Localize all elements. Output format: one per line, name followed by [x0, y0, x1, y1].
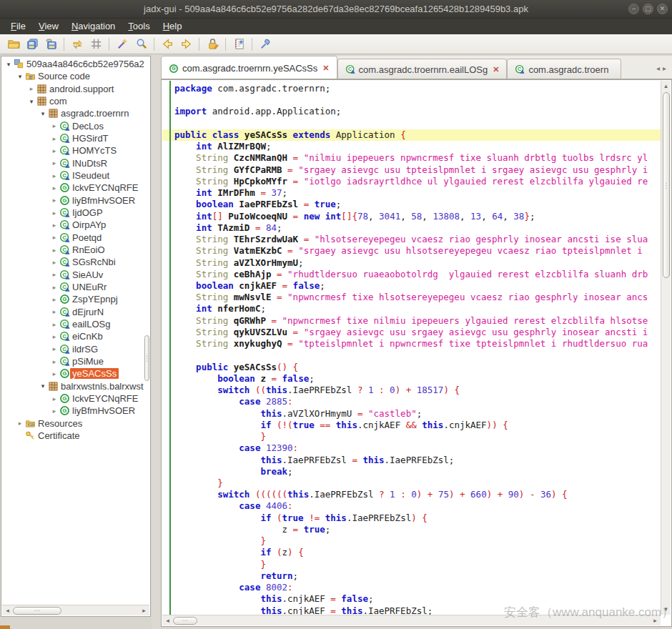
- code-view[interactable]: package com.asgradc.troernrn; import and…: [162, 81, 661, 615]
- tree-item-dEjrurN[interactable]: ▸CdEjrurN: [1, 306, 144, 318]
- expand-icon[interactable]: ▸: [50, 222, 59, 229]
- tree-item-pSiMue[interactable]: ▸CpSiMue: [1, 355, 144, 367]
- menu-navigation[interactable]: Navigation: [65, 19, 122, 34]
- collapse-icon[interactable]: ▾: [39, 110, 47, 117]
- tree-item-DecLos[interactable]: ▸CDecLos: [1, 120, 144, 132]
- preferences-button[interactable]: [256, 36, 275, 53]
- code-editor[interactable]: package com.asgradc.troernrn; import and…: [161, 79, 672, 627]
- expand-icon[interactable]: ▸: [50, 308, 59, 315]
- expand-icon[interactable]: ▸: [50, 247, 59, 254]
- tree-item-SieAUv[interactable]: ▸CSieAUv: [1, 269, 144, 281]
- expand-icon[interactable]: ▸: [50, 135, 59, 142]
- tree-item-IckvEYCNqRFE[interactable]: ▸GIckvEYCNqRFE: [1, 182, 144, 194]
- expand-icon[interactable]: ▸: [50, 172, 59, 179]
- tree-item-eiCnKb[interactable]: ▸CeiCnKb: [1, 330, 144, 342]
- close-button[interactable]: ✕: [657, 4, 668, 14]
- expand-icon[interactable]: ▸: [50, 333, 59, 340]
- minimize-button[interactable]: –: [628, 4, 639, 14]
- tree-item-liyBfmHvSOER[interactable]: ▸GliyBfmHvSOER: [1, 405, 144, 417]
- tree-item-IckvEYCNqRFE[interactable]: ▸GIckvEYCNqRFE: [1, 392, 144, 405]
- menu-file[interactable]: File: [4, 19, 32, 34]
- tree-item-balrxwstnls.balrxwst[interactable]: ▾balrxwstnls.balrxwst: [1, 380, 144, 392]
- titlebar[interactable]: jadx-gui - 509aa4a846c6cb52e9756a282de67…: [0, 0, 672, 19]
- tree-item-HOMYcTS[interactable]: ▸CHOMYcTS: [1, 144, 144, 157]
- expand-icon[interactable]: ▸: [50, 284, 59, 291]
- tree-horizontal-scrollbar-thumb[interactable]: ⋯: [13, 607, 61, 615]
- tree-item-ISeudeut[interactable]: ▸CISeudeut: [1, 169, 144, 182]
- scroll-left-icon[interactable]: ◂: [163, 616, 172, 625]
- expand-icon[interactable]: ▸: [50, 209, 59, 217]
- tree-item-SGsRcNbi[interactable]: ▸CSGsRcNbi: [1, 256, 144, 268]
- scroll-left-icon[interactable]: ◂: [3, 606, 12, 615]
- collapse-icon[interactable]: ▾: [39, 382, 47, 390]
- tree-item-yeSACsSs[interactable]: ▸GyeSACsSs: [1, 367, 144, 380]
- tree-item-ZspYEpnpj[interactable]: ▸GZspYEpnpj: [1, 293, 144, 305]
- open-file-button[interactable]: [4, 36, 23, 53]
- editor-vertical-scrollbar[interactable]: ▴ ⋮ ▾: [661, 81, 671, 615]
- tree-item-INuDtsR[interactable]: ▸CINuDtsR: [1, 157, 144, 169]
- menu-tools[interactable]: Tools: [122, 19, 156, 34]
- scroll-right-icon[interactable]: ▸: [139, 606, 149, 615]
- tree-item-OirpAYp[interactable]: ▸COirpAYp: [1, 219, 144, 231]
- expand-icon[interactable]: ▸: [50, 395, 59, 402]
- log-viewer-button[interactable]: [229, 36, 248, 53]
- tree-item-IjdOGP[interactable]: ▸CIjdOGP: [1, 207, 144, 219]
- panel-splitter[interactable]: [152, 54, 161, 629]
- lock-edit-button[interactable]: [203, 36, 222, 53]
- tree-item-ildrSG[interactable]: ▸CildrSG: [1, 343, 144, 355]
- expand-icon[interactable]: ▸: [50, 358, 59, 365]
- expand-icon[interactable]: ▸: [50, 259, 59, 266]
- save-all-button[interactable]: [23, 36, 41, 53]
- expand-icon[interactable]: ▸: [16, 420, 24, 427]
- expand-icon[interactable]: ▸: [50, 184, 59, 192]
- tab-close-icon[interactable]: ✕: [321, 64, 329, 73]
- collapse-icon[interactable]: ▾: [4, 61, 13, 68]
- expand-icon[interactable]: ▸: [50, 321, 59, 328]
- menu-help[interactable]: Help: [157, 19, 189, 34]
- search-button[interactable]: [132, 36, 150, 53]
- save-button[interactable]: [41, 36, 60, 53]
- expand-icon[interactable]: ▸: [50, 370, 59, 377]
- expand-icon[interactable]: ▸: [50, 197, 59, 204]
- tree-item-UNEuRr[interactable]: ▸CUNEuRr: [1, 281, 144, 293]
- tree-item-asgradc.troernrn[interactable]: ▾asgradc.troernrn: [1, 107, 144, 119]
- tree-vertical-scrollbar-thumb[interactable]: ⋮: [144, 335, 149, 381]
- expand-icon[interactable]: ▸: [50, 159, 59, 167]
- tree-item-android.support[interactable]: ▸android.support: [1, 83, 144, 95]
- expand-icon[interactable]: ▸: [27, 85, 36, 92]
- menu-view[interactable]: View: [32, 19, 65, 34]
- collapse-icon[interactable]: ▾: [16, 73, 24, 80]
- back-button[interactable]: [158, 36, 177, 53]
- forward-button[interactable]: [177, 36, 195, 53]
- tree-item-eailLOSg[interactable]: ▸CeailLOSg: [1, 318, 144, 330]
- tab-yeSACsSs[interactable]: Gcom.asgradc.troernrn.yeSACsSs✕: [161, 56, 337, 79]
- tree-item-HGSirdT[interactable]: ▸CHGSirdT: [1, 132, 144, 144]
- tab-troern[interactable]: Ccom.asgradc.troern: [507, 59, 621, 79]
- tree-item-RnEoiO[interactable]: ▸CRnEoiO: [1, 244, 144, 256]
- tree-item-Poetqd[interactable]: ▸CPoetqd: [1, 232, 144, 244]
- collapse-icon[interactable]: ▾: [27, 98, 36, 105]
- expand-icon[interactable]: ▸: [50, 407, 59, 415]
- editor-vertical-scrollbar-thumb[interactable]: ⋮: [663, 92, 670, 278]
- expand-icon[interactable]: ▸: [50, 147, 59, 154]
- maximize-button[interactable]: ▢: [643, 4, 653, 14]
- tree-horizontal-scrollbar[interactable]: ◂ ⋯ ▸: [2, 605, 149, 615]
- expand-icon[interactable]: ▸: [50, 271, 59, 278]
- tree-item-liyBfmHvSOER[interactable]: ▸GliyBfmHvSOER: [1, 194, 144, 207]
- tree-item-Source-code[interactable]: ▾@Source code: [1, 70, 144, 82]
- quick-commands-button[interactable]: [113, 36, 132, 53]
- expand-icon[interactable]: ▸: [50, 296, 59, 303]
- tab-eailLOSg[interactable]: Ccom.asgradc.troernrn.eailLOSg✕: [337, 59, 508, 79]
- editor-horizontal-scrollbar-thumb[interactable]: ⋯: [173, 617, 197, 625]
- scroll-up-icon[interactable]: ▴: [661, 81, 671, 91]
- sync-button[interactable]: [68, 36, 87, 53]
- expand-icon[interactable]: ▸: [50, 234, 59, 241]
- tree-item-com[interactable]: ▾com: [1, 95, 144, 107]
- tree-item-509aa4a846c6cb52e9756a2[interactable]: ▾509aa4a846c6cb52e9756a2: [1, 58, 144, 70]
- tab-close-icon[interactable]: ✕: [491, 65, 499, 74]
- deobfuscation-button[interactable]: [87, 36, 105, 53]
- tree-item-Certificate[interactable]: Certificate: [1, 430, 144, 442]
- expand-icon[interactable]: ▸: [50, 345, 59, 352]
- tree-item-Resources[interactable]: ▸010Resources: [1, 417, 144, 430]
- expand-icon[interactable]: ▸: [50, 122, 59, 129]
